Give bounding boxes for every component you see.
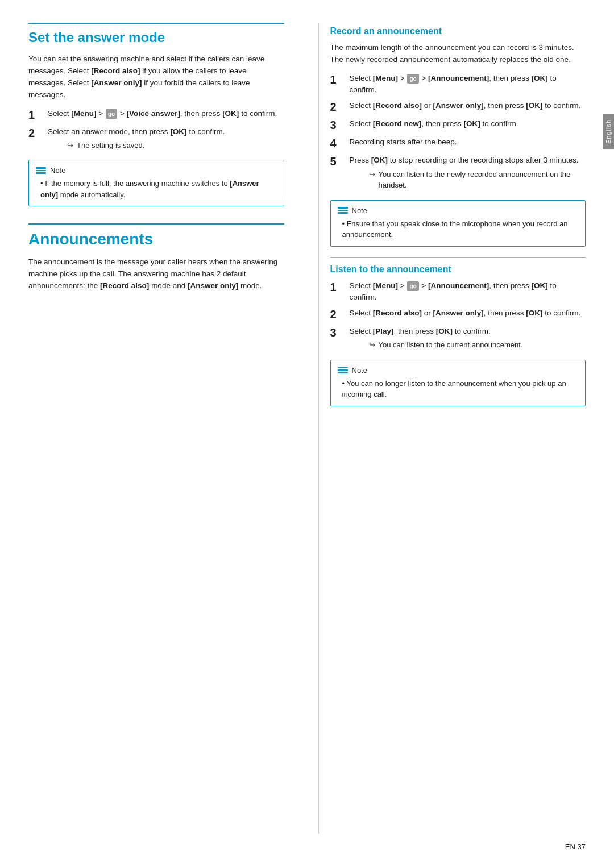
record-announcement-section: Record an announcement The maximum lengt… xyxy=(330,26,586,247)
note-bullet-2: Ensure that you speak close to the micro… xyxy=(338,218,579,240)
left-column: Set the answer mode You can set the answ… xyxy=(28,23,296,834)
set-answer-mode-title: Set the answer mode xyxy=(28,23,284,45)
announcements-section: Announcements The announcement is the me… xyxy=(28,223,284,292)
note-icon-2 xyxy=(338,207,348,214)
record-step-3: 3 Select [Record new], then press [OK] t… xyxy=(330,118,586,132)
go-icon-2: go xyxy=(407,74,418,84)
page-number: EN 37 xyxy=(565,842,586,851)
step-2-arrow: ↪ The setting is saved. xyxy=(67,140,284,151)
record-announcement-title: Record an announcement xyxy=(330,26,586,36)
listen-step-1: 1 Select [Menu] > go > [Announcement], t… xyxy=(330,280,586,304)
listen-step-2: 2 Select [Record also] or [Answer only],… xyxy=(330,308,586,321)
step-1: 1 Select [Menu] > go > [Voice answer], t… xyxy=(28,108,284,122)
record-step-4: 4 Recording starts after the beep. xyxy=(330,136,586,150)
listen-step-3-arrow: ↪ You can listen to the current announce… xyxy=(369,339,586,351)
go-icon-3: go xyxy=(407,281,418,291)
side-tab: English xyxy=(603,114,614,149)
note-icon-3 xyxy=(338,367,348,374)
set-answer-mode-section: Set the answer mode You can set the answ… xyxy=(28,23,284,206)
set-answer-mode-note: Note If the memory is full, the answerin… xyxy=(28,160,284,206)
record-announcement-note: Note Ensure that you speak close to the … xyxy=(330,200,586,247)
announcements-title: Announcements xyxy=(28,223,284,248)
record-step-5-arrow: ↪ You can listen to the newly recorded a… xyxy=(369,169,586,191)
step-2: 2 Select an answer mode, then press [OK]… xyxy=(28,126,284,153)
note-bullet-3: You can no longer listen to the announce… xyxy=(338,378,579,400)
note-header-3: Note xyxy=(338,366,579,375)
note-label-3: Note xyxy=(352,366,367,375)
listen-announcement-steps: 1 Select [Menu] > go > [Announcement], t… xyxy=(330,280,586,353)
announcements-intro: The announcement is the message your cal… xyxy=(28,256,284,292)
record-announcement-intro: The maximum length of the announcement y… xyxy=(330,42,586,66)
go-icon-1: go xyxy=(106,109,117,119)
record-step-2: 2 Select [Record also] or [Answer only],… xyxy=(330,100,586,114)
main-content: Set the answer mode You can set the answ… xyxy=(28,23,586,834)
note-bullet: If the memory is full, the answering mac… xyxy=(36,178,277,200)
note-header: Note xyxy=(36,166,277,175)
listen-announcement-note: Note You can no longer listen to the ann… xyxy=(330,360,586,406)
page: Set the answer mode You can set the answ… xyxy=(0,0,614,868)
note-header-2: Note xyxy=(338,206,579,215)
note-icon xyxy=(36,167,46,174)
listen-step-3: 3 Select [Play], then press [OK] to conf… xyxy=(330,326,586,353)
record-step-1: 1 Select [Menu] > go > [Announcement], t… xyxy=(330,73,586,96)
record-announcement-steps: 1 Select [Menu] > go > [Announcement], t… xyxy=(330,73,586,193)
note-label-2: Note xyxy=(352,206,367,215)
note-label: Note xyxy=(50,166,65,175)
right-column: Record an announcement The maximum lengt… xyxy=(318,23,586,834)
listen-announcement-section: Listen to the announcement 1 Select [Men… xyxy=(330,264,586,406)
section-divider xyxy=(330,257,586,258)
set-answer-mode-steps: 1 Select [Menu] > go > [Voice answer], t… xyxy=(28,108,284,153)
listen-announcement-title: Listen to the announcement xyxy=(330,264,586,275)
record-step-5: 5 Press [OK] to stop recording or the re… xyxy=(330,155,586,193)
set-answer-mode-intro: You can set the answering machine and se… xyxy=(28,53,284,101)
